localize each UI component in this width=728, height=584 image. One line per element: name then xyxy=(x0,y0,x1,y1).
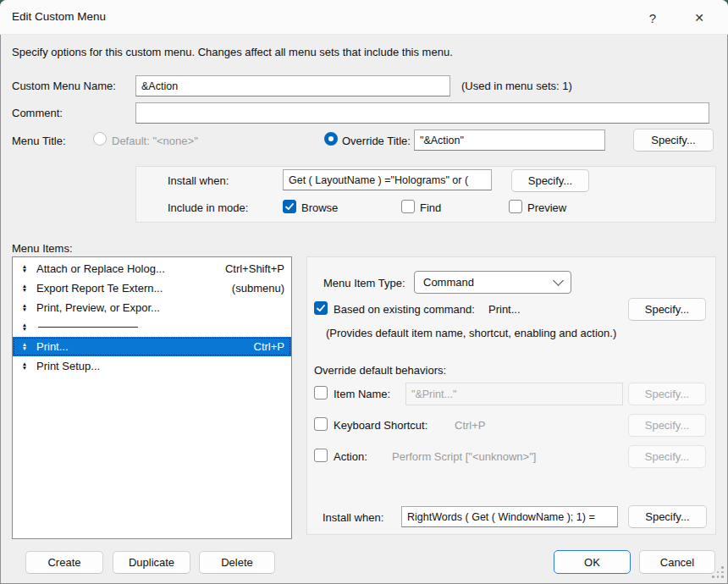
find-checkbox[interactable] xyxy=(401,200,415,213)
item-name-label: Item Name: xyxy=(334,388,390,400)
reorder-handle-icon[interactable]: ▲▼ xyxy=(19,323,30,331)
separator-line xyxy=(38,327,138,328)
install-when-specify-button[interactable]: Specify... xyxy=(511,169,589,192)
browse-checkbox-label: Browse xyxy=(301,201,338,214)
preview-checkbox[interactable] xyxy=(509,200,522,213)
dialog-title: Edit Custom Menu xyxy=(12,10,106,23)
dialog-description: Specify options for this custom menu. Ch… xyxy=(12,46,453,58)
reorder-handle-icon[interactable]: ▲▼ xyxy=(19,304,30,311)
menu-item-type-label: Menu Item Type: xyxy=(323,277,405,289)
action-checkbox[interactable] xyxy=(314,449,328,462)
based-on-note: (Provides default item name, shortcut, e… xyxy=(326,327,616,339)
based-on-command-value: Print... xyxy=(488,303,521,316)
based-on-existing-command-label: Based on existing command: xyxy=(334,303,475,316)
install-when-label: Install when: xyxy=(168,174,229,187)
menu-item-name: Attach or Replace Holog... xyxy=(36,262,225,275)
based-on-existing-command-checkbox[interactable] xyxy=(314,301,328,315)
reorder-handle-icon[interactable]: ▲▼ xyxy=(19,362,30,370)
help-icon[interactable]: ? xyxy=(642,8,664,28)
list-item[interactable]: ▲▼ Print, Preview, or Expor... xyxy=(13,298,291,317)
list-item[interactable]: ▲▼ Print Setup... xyxy=(13,356,291,376)
find-checkbox-label: Find xyxy=(420,201,441,214)
keyboard-shortcut-specify-button: Specify... xyxy=(628,414,706,437)
used-in-menu-sets-note: (Used in menu sets: 1) xyxy=(461,80,572,92)
menu-item-shortcut: Ctrl+P xyxy=(254,340,284,353)
reorder-handle-icon[interactable]: ▲▼ xyxy=(19,284,30,292)
close-icon[interactable]: ✕ xyxy=(688,8,710,28)
duplicate-button[interactable]: Duplicate xyxy=(113,551,190,574)
list-item-selected[interactable]: ▲▼ Print... Ctrl+P xyxy=(13,337,291,356)
item-name-input: "&Print..." xyxy=(405,383,623,405)
comment-label: Comment: xyxy=(12,107,63,119)
chevron-down-icon xyxy=(553,275,564,286)
item-install-when-input[interactable]: RightWords ( Get ( WindowName ); 1) = xyxy=(401,506,618,527)
override-title-radio[interactable] xyxy=(324,132,338,146)
list-item-separator[interactable]: ▲▼ xyxy=(13,317,291,337)
menu-item-name: Print, Preview, or Expor... xyxy=(36,301,284,314)
ok-button[interactable]: OK xyxy=(554,550,631,574)
cancel-button[interactable]: Cancel xyxy=(639,550,715,574)
menu-item-shortcut: Ctrl+Shift+P xyxy=(225,262,284,275)
resize-grip[interactable] xyxy=(712,566,724,578)
default-title-radio[interactable] xyxy=(93,132,107,146)
list-item[interactable]: ▲▼ Export Report Te Extern... (submenu) xyxy=(13,278,291,298)
menu-item-shortcut: (submenu) xyxy=(232,282,284,295)
menu-item-name: Print... xyxy=(36,340,254,353)
titlebar: Edit Custom Menu ? ✕ xyxy=(0,0,728,35)
override-title-input[interactable]: "&Action" xyxy=(414,129,605,151)
menu-items-label: Menu Items: xyxy=(12,242,73,255)
include-in-mode-label: Include in mode: xyxy=(168,201,248,214)
action-label: Action: xyxy=(334,450,367,463)
delete-button[interactable]: Delete xyxy=(199,551,275,574)
create-button[interactable]: Create xyxy=(25,551,103,574)
comment-input[interactable] xyxy=(135,102,709,124)
reorder-handle-icon[interactable]: ▲▼ xyxy=(19,265,30,273)
item-name-specify-button: Specify... xyxy=(628,383,706,405)
menu-item-type-value: Command xyxy=(423,276,474,289)
override-default-behaviors-heading: Override default behaviors: xyxy=(314,364,446,377)
item-name-checkbox[interactable] xyxy=(314,386,328,399)
edit-custom-menu-dialog: Edit Custom Menu ? ✕ Specify options for… xyxy=(0,0,728,584)
list-item[interactable]: ▲▼ Attach or Replace Holog... Ctrl+Shift… xyxy=(13,259,291,278)
menu-item-name: Export Report Te Extern... xyxy=(36,282,232,295)
default-title-option-label: Default: "<none>" xyxy=(112,135,198,147)
menu-item-type-dropdown[interactable]: Command xyxy=(414,271,571,294)
based-on-specify-button[interactable]: Specify... xyxy=(628,298,706,321)
item-install-when-specify-button[interactable]: Specify... xyxy=(628,505,707,528)
custom-menu-name-label: Custom Menu Name: xyxy=(12,80,116,92)
browse-checkbox[interactable] xyxy=(283,200,296,213)
keyboard-shortcut-label: Keyboard Shortcut: xyxy=(334,419,427,432)
menu-item-name: Print Setup... xyxy=(36,360,284,372)
menu-title-label: Menu Title: xyxy=(12,135,66,147)
install-when-input[interactable]: Get ( LayoutName ) ="Holograms" or ( xyxy=(283,169,492,190)
custom-menu-name-input[interactable]: &Action xyxy=(135,75,450,96)
menu-items-list[interactable]: ▲▼ Attach or Replace Holog... Ctrl+Shift… xyxy=(12,256,292,539)
menu-title-specify-button[interactable]: Specify... xyxy=(633,129,714,152)
action-specify-button: Specify... xyxy=(628,445,706,468)
item-install-when-label: Install when: xyxy=(323,511,383,524)
action-value: Perform Script ["<unknown>"] xyxy=(392,450,536,463)
override-title-option-label: Override Title: xyxy=(342,135,411,147)
keyboard-shortcut-checkbox[interactable] xyxy=(314,417,328,431)
preview-checkbox-label: Preview xyxy=(527,201,566,214)
reorder-handle-icon[interactable]: ▲▼ xyxy=(19,343,30,350)
keyboard-shortcut-value: Ctrl+P xyxy=(455,419,485,432)
